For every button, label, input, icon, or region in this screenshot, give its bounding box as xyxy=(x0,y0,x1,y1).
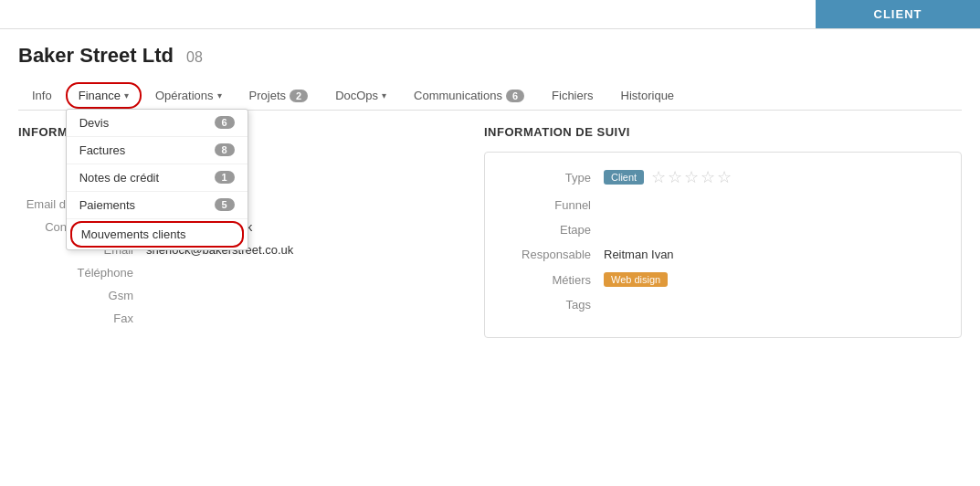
tab-fichiers-label: Fichiers xyxy=(552,89,594,102)
badge-webdesign: Web disign xyxy=(604,272,668,287)
tab-fichiers[interactable]: Fichiers xyxy=(538,80,607,110)
info-row-telephone: Téléphone xyxy=(18,266,457,280)
tab-docops[interactable]: DocOps ▾ xyxy=(321,80,400,110)
tab-historique-label: Historique xyxy=(621,89,675,102)
dropdown-notes-badge: 1 xyxy=(215,171,235,184)
tab-operations-label: Opérations xyxy=(155,89,214,102)
finance-dropdown-menu: Devis 6 Factures 8 Notes de crédit 1 Pai… xyxy=(66,109,248,250)
info-row-gsm: Gsm xyxy=(18,289,457,302)
suivi-row-responsable: Responsable Reitman Ivan xyxy=(503,248,943,261)
docops-caret-icon: ▾ xyxy=(382,90,386,100)
suivi-row-metiers: Métiers Web disign xyxy=(503,272,943,287)
tab-projets-label: Projets xyxy=(249,89,286,102)
dropdown-factures-badge: 8 xyxy=(215,143,235,156)
dropdown-item-devis[interactable]: Devis 6 xyxy=(67,110,248,137)
dropdown-paiements-badge: 5 xyxy=(215,198,235,211)
dropdown-devis-label: Devis xyxy=(79,116,110,130)
suivi-label-responsable: Responsable xyxy=(503,248,604,261)
client-badge: CLIENT xyxy=(816,0,980,28)
tab-communications-badge: 6 xyxy=(506,90,524,102)
company-count: 08 xyxy=(186,49,203,65)
suivi-box: Type Client ☆☆☆☆☆ Funnel Etape Responsab… xyxy=(484,152,962,338)
suivi-value-metiers: Web disign xyxy=(604,272,668,287)
suivi-row-type: Type Client ☆☆☆☆☆ xyxy=(503,167,943,187)
tab-docops-label: DocOps xyxy=(335,89,378,102)
suivi-value-type: Client ☆☆☆☆☆ xyxy=(604,167,733,187)
suivi-row-funnel: Funnel xyxy=(503,198,943,212)
finance-caret-icon: ▾ xyxy=(124,90,129,100)
dropdown-mouvements-label: Mouvements clients xyxy=(81,227,186,241)
right-panel: INFORMATION DE SUIVI Type Client ☆☆☆☆☆ F… xyxy=(484,125,962,338)
page-title: Baker Street Ltd 08 xyxy=(18,44,962,68)
tabs-bar: Info Finance ▾ Devis 6 Factures 8 Notes … xyxy=(18,80,962,111)
tab-finance[interactable]: Finance ▾ xyxy=(66,82,142,109)
dropdown-paiements-label: Paiements xyxy=(79,198,135,212)
info-label-gsm: Gsm xyxy=(18,289,146,302)
header-bar: CLIENT xyxy=(0,0,980,29)
tab-operations[interactable]: Opérations ▾ xyxy=(142,80,236,110)
suivi-label-funnel: Funnel xyxy=(503,198,604,212)
info-label-fax: Fax xyxy=(18,312,146,325)
suivi-value-responsable: Reitman Ivan xyxy=(604,248,674,261)
dropdown-item-paiements[interactable]: Paiements 5 xyxy=(67,192,248,219)
tab-historique[interactable]: Historique xyxy=(607,80,689,110)
tab-info[interactable]: Info xyxy=(18,80,66,110)
dropdown-factures-label: Factures xyxy=(79,143,126,157)
suivi-label-tags: Tags xyxy=(503,298,604,312)
dropdown-item-factures[interactable]: Factures 8 xyxy=(67,137,248,164)
page-content: Baker Street Ltd 08 Info Finance ▾ Devis… xyxy=(0,29,980,353)
company-name: Baker Street Ltd xyxy=(18,44,174,67)
right-section-title: INFORMATION DE SUIVI xyxy=(484,125,962,139)
info-row-fax: Fax xyxy=(18,312,457,325)
suivi-row-etape: Etape xyxy=(503,223,943,237)
tab-projets[interactable]: Projets 2 xyxy=(236,80,322,110)
suivi-label-etape: Etape xyxy=(503,223,604,237)
dropdown-notes-label: Notes de crédit xyxy=(79,171,159,185)
dropdown-item-mouvements[interactable]: Mouvements clients xyxy=(70,221,244,248)
dropdown-devis-badge: 6 xyxy=(215,116,235,129)
badge-client: Client xyxy=(604,170,644,185)
info-label-telephone: Téléphone xyxy=(18,266,146,280)
tab-finance-label: Finance xyxy=(79,89,121,102)
finance-dropdown-container: Finance ▾ Devis 6 Factures 8 Notes de cr… xyxy=(66,82,142,109)
suivi-label-type: Type xyxy=(503,171,604,185)
tab-communications-label: Communications xyxy=(414,89,502,102)
suivi-label-metiers: Métiers xyxy=(503,273,604,287)
operations-caret-icon: ▾ xyxy=(217,90,222,100)
tab-communications[interactable]: Communications 6 xyxy=(400,80,538,110)
suivi-row-tags: Tags xyxy=(503,298,943,312)
star-rating[interactable]: ☆☆☆☆☆ xyxy=(651,167,733,187)
tab-projets-badge: 2 xyxy=(290,90,308,102)
dropdown-item-notes-credit[interactable]: Notes de crédit 1 xyxy=(67,164,248,192)
